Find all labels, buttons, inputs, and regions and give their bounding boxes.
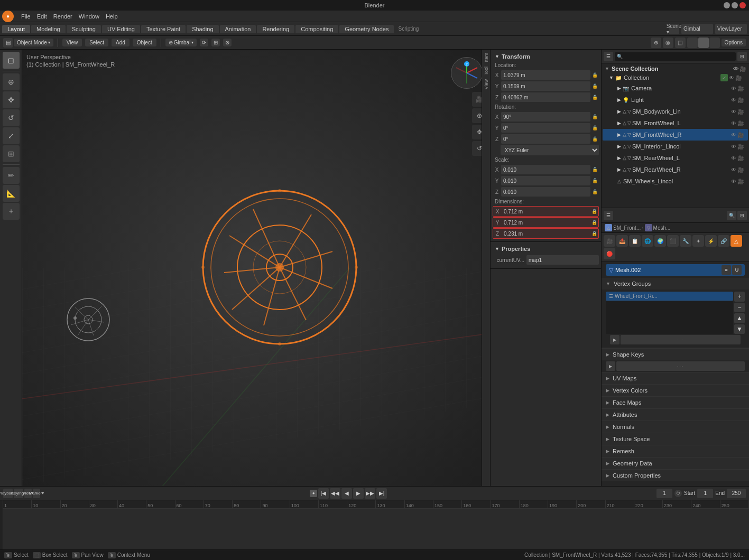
collection-item-bodywork[interactable]: ▶ △ ▽ SM_Bodywork_Lin 👁 🎥 [603,106,748,117]
scale-z-lock[interactable]: 🔒 [590,189,599,194]
bw-expand[interactable]: ▶ [617,109,621,114]
fwr-expand[interactable]: ▶ [617,132,621,137]
start-frame[interactable]: 1 [697,489,713,498]
transform-tool[interactable]: ⊞ [3,145,20,162]
filter-btn[interactable]: ⊟ [737,52,747,61]
rwl-expand[interactable]: ▶ [617,155,621,161]
cam-render[interactable]: 🎥 [737,86,744,91]
collection-item-frontwheel-l[interactable]: ▶ △ ▽ SM_FrontWheel_L 👁 🎥 [603,117,748,129]
tab-rendering[interactable]: Rendering [257,25,294,33]
mesh-single-user[interactable]: U [732,265,742,275]
cam-eye[interactable]: 👁 [731,86,736,91]
measure-tool[interactable]: 📐 [3,185,20,202]
output-props-icon[interactable]: 📤 [616,235,628,247]
int-eye[interactable]: 👁 [731,144,736,150]
scale-y-input[interactable]: 0.010 [501,176,590,185]
vg-remove-btn[interactable]: − [734,303,745,313]
object-button[interactable]: Object [133,39,156,46]
fwr-render[interactable]: 🎥 [737,132,744,138]
particles-props-icon[interactable]: ✦ [692,235,704,247]
snap-btn[interactable]: ⊞ [211,39,220,46]
fwl-render[interactable]: 🎥 [737,120,744,126]
uv-value[interactable]: map1 [526,255,599,265]
dimension-x-value[interactable]: 0.712 m [502,208,590,215]
breadcrumb-item-1[interactable]: SM_Front... [613,225,641,231]
fps-icon[interactable]: ⏱ [674,490,682,497]
constraints-props-icon[interactable]: 🔗 [718,235,729,247]
light-render[interactable]: 🎥 [737,97,744,103]
vg-list-item[interactable]: ☰ Wheel_Front_Ri... [606,292,733,301]
tab-sculpting[interactable]: Sculpting [67,25,101,33]
sc-camera[interactable]: 🎥 [739,66,746,72]
menu-window[interactable]: Window [76,12,103,21]
tab-uv-editing[interactable]: UV Editing [102,25,140,33]
maximize-button[interactable] [732,2,738,8]
solid-view-btn[interactable] [687,38,698,48]
view-button[interactable]: View [62,39,82,46]
shape-keys-section[interactable]: ▶ Shape Keys [602,348,749,360]
rendered-view-btn[interactable] [709,38,720,48]
mesh-name-value[interactable]: Mesh.002 [615,267,641,273]
keying-dropdown[interactable]: Keying▾ [14,489,23,498]
rwr-expand[interactable]: ▶ [617,167,621,172]
collection-item-rearwheel-l[interactable]: ▶ △ ▽ SM_RearWheel_L 👁 🎥 [603,152,748,164]
world-props-icon[interactable]: 🌍 [654,235,666,247]
collection-item-interior[interactable]: ▶ △ ▽ SM_Interior_Lincol 👁 🎥 [603,141,748,152]
coll-visible[interactable]: ✓ [720,74,728,81]
sk-dots-btn[interactable]: ··· [616,361,745,371]
collection-item-camera[interactable]: ▶ 📷 Camera 👁 🎥 [603,82,748,94]
remesh-section[interactable]: ▶ Remesh [602,445,749,457]
rotate-tool[interactable]: ↺ [3,109,20,126]
geometry-data-section[interactable]: ▶ Geometry Data [602,457,749,469]
loc-y-lock[interactable]: 🔒 [590,83,599,89]
collection-item-rearwheel-r[interactable]: ▶ △ ▽ SM_RearWheel_R 👁 🎥 [603,164,748,175]
mode-icon[interactable]: ▤ [3,38,13,48]
play-btn[interactable]: ▶ [353,488,364,499]
rotation-x-input[interactable]: 90° [501,112,590,122]
mode-selector[interactable]: Object Mode▾ [14,39,53,46]
props-mode-icon[interactable]: ☰ [604,211,613,220]
close-button[interactable] [739,2,746,8]
dimension-y-value[interactable]: 0.712 m [502,219,590,226]
add-button[interactable]: Add [112,39,130,46]
rotation-y-input[interactable]: 0° [501,123,590,133]
location-x-input[interactable]: 1.0379 m [501,70,590,80]
location-z-input[interactable]: 0.40862 m [501,92,590,102]
fwl-eye[interactable]: 👁 [731,120,736,126]
texture-space-section[interactable]: ▶ Texture Space [602,433,749,445]
loc-z-lock[interactable]: 🔒 [590,95,599,100]
location-y-input[interactable]: 0.1569 m [501,81,590,91]
light-expand[interactable]: ▶ [617,97,621,102]
tab-texture-paint[interactable]: Texture Paint [141,25,186,33]
fwr-eye[interactable]: 👁 [731,132,736,138]
scale-x-lock[interactable]: 🔒 [590,167,599,172]
vg-play-btn[interactable]: ▶ [610,335,619,344]
collection-item-light[interactable]: ▶ 💡 Light 👁 🎥 [603,94,748,106]
tab-shading[interactable]: Shading [187,25,218,33]
data-props-icon[interactable]: △ [730,235,742,247]
physics-props-icon[interactable]: ⚡ [705,235,717,247]
rot-x-lock[interactable]: 🔒 [590,114,599,119]
wh-eye[interactable]: 👁 [731,179,736,184]
transform-selector[interactable]: ⊕ Gimbal▾ [165,39,197,46]
play-back-btn[interactable]: ◀ [341,488,352,499]
extra-btn[interactable]: ⊗ [223,39,232,46]
scale-y-lock[interactable]: 🔒 [590,178,599,183]
attributes-section[interactable]: ▶ Attributes [602,408,749,421]
filter-icon[interactable]: ⊟ [737,211,747,220]
coll-eye[interactable]: 👁 [729,75,734,81]
scale-tool[interactable]: ⤢ [3,127,20,144]
tab-scripting[interactable]: Scripting [395,25,422,33]
sc-eye[interactable]: 👁 [733,66,738,72]
tab-layout[interactable]: Layout [2,25,30,33]
minimize-button[interactable] [724,2,730,8]
current-frame[interactable]: 1 [656,489,672,498]
tab-modeling[interactable]: Modeling [31,25,66,33]
sc-arrow[interactable]: ▼ [605,66,609,71]
rwr-render[interactable]: 🎥 [737,167,744,173]
tab-animation[interactable]: Animation [220,25,256,33]
int-render[interactable]: 🎥 [737,144,744,150]
coll-arrow[interactable]: ▼ [609,75,614,80]
viewport[interactable]: User Perspective (1) Collection | SM_Fro… [22,50,490,486]
jump-start-btn[interactable]: |◀ [318,488,329,499]
